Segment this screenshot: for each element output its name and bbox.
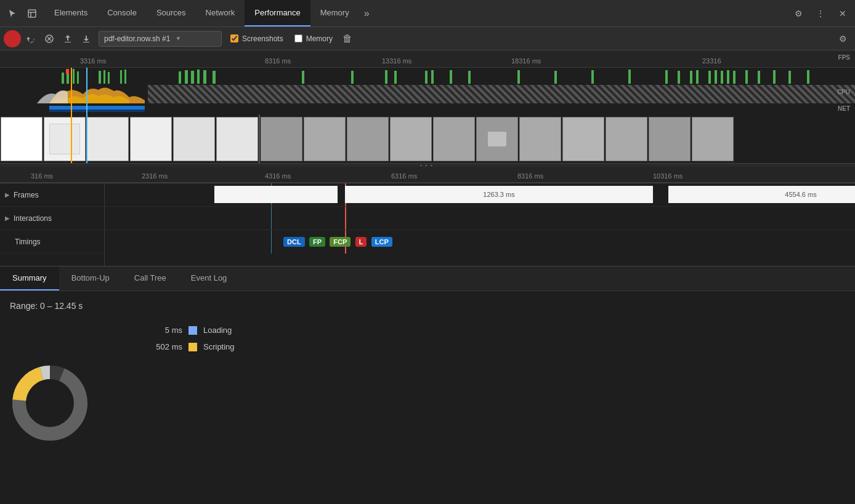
timings-divider: [271, 230, 272, 254]
tab-performance[interactable]: Performance: [245, 0, 310, 26]
donut-chart: [10, 363, 90, 445]
toolbar-right-icons: ⚙ ⋮ ✕: [788, 4, 853, 23]
interactions-panel-label[interactable]: ▶ Interactions: [0, 207, 104, 230]
svg-rect-16: [213, 71, 216, 84]
tab-console[interactable]: Console: [97, 0, 147, 26]
screenshot-thumb: [44, 117, 86, 161]
screenshot-thumb: [216, 117, 258, 161]
ruler-tick-3316: 3316 ms: [80, 57, 106, 65]
ruler-tick-13316: 13316 ms: [382, 57, 411, 65]
stats-list: 5 ms Loading 502 ms Scripting: [145, 326, 845, 351]
record-button[interactable]: [4, 30, 21, 47]
svg-rect-24: [468, 71, 471, 84]
range-tick-10316: 10316 ms: [653, 172, 683, 180]
reload-icon[interactable]: [22, 30, 39, 47]
svg-rect-4: [73, 69, 75, 84]
tab-navigation: Elements Console Sources Network Perform…: [44, 0, 375, 26]
second-toolbar: pdf-editor.now.sh #1 ▼ Screenshots Memor…: [0, 27, 855, 50]
memory-checkbox-label[interactable]: Memory: [290, 34, 338, 43]
inspect-icon[interactable]: [22, 4, 42, 23]
badge-container: DCL FP FCP L LCP: [283, 238, 392, 246]
svg-rect-0: [28, 10, 36, 17]
summary-panel: Range: 0 – 12.45 s 5 ms Loading 502 ms S…: [0, 291, 855, 457]
svg-rect-23: [450, 70, 452, 84]
frame-value-2: 4554.6 ms: [785, 191, 816, 198]
net-chart: [0, 103, 855, 114]
frame-bar-2: 1263.3 ms: [345, 186, 653, 203]
svg-rect-25: [517, 70, 520, 84]
tab-event-log[interactable]: Event Log: [179, 266, 240, 290]
scripting-stat: 502 ms Scripting: [145, 342, 845, 351]
tab-call-tree[interactable]: Call Tree: [122, 266, 179, 290]
cpu-track: CPU: [0, 85, 855, 103]
svg-rect-42: [807, 70, 809, 84]
frames-arrow-icon: ▶: [5, 191, 10, 198]
svg-rect-40: [773, 70, 776, 84]
screenshot-thumb: [476, 117, 518, 161]
memory-checkbox-input[interactable]: [294, 34, 302, 42]
tab-elements[interactable]: Elements: [44, 0, 97, 26]
tab-bottom-up[interactable]: Bottom-Up: [59, 266, 122, 290]
svg-rect-38: [745, 70, 748, 84]
screenshot-thumb: [562, 117, 604, 161]
screenshot-thumb: [347, 117, 389, 161]
svg-rect-30: [678, 71, 680, 84]
timings-panel-label[interactable]: Timings: [0, 230, 104, 254]
interactions-label: Interactions: [14, 214, 52, 223]
svg-rect-39: [758, 71, 760, 84]
url-selector[interactable]: pdf-editor.now.sh #1 ▼: [99, 31, 222, 47]
donut-svg: [10, 363, 90, 443]
frames-label: Frames: [14, 191, 39, 199]
fps-track: [0, 68, 855, 85]
timings-label: Timings: [15, 238, 41, 246]
screenshots-track: [0, 114, 855, 163]
svg-rect-41: [788, 71, 791, 84]
svg-rect-11: [179, 71, 181, 84]
svg-rect-48: [49, 110, 145, 112]
svg-rect-20: [394, 71, 397, 84]
more-tabs-button[interactable]: »: [359, 0, 375, 26]
tab-sources[interactable]: Sources: [147, 0, 196, 26]
svg-rect-32: [696, 70, 699, 84]
cursor-icon[interactable]: [2, 4, 22, 23]
panels-area: ▶ Frames ▶ Interactions Timings 1263.3 m…: [0, 183, 855, 266]
fcp-badge: FCP: [330, 237, 351, 247]
tab-memory[interactable]: Memory: [310, 0, 359, 26]
upload-icon[interactable]: [59, 30, 76, 47]
ruler-tick-23316: 23316: [702, 57, 721, 65]
frame-bar-1: [214, 186, 338, 203]
screenshot-thumb: [692, 117, 734, 161]
svg-rect-9: [120, 70, 122, 84]
interactions-divider: [271, 207, 272, 230]
timings-content: DCL FP FCP L LCP: [105, 230, 855, 254]
svg-rect-35: [721, 71, 723, 84]
settings-icon[interactable]: ⚙: [788, 4, 808, 23]
panels-left: ▶ Frames ▶ Interactions Timings: [0, 183, 105, 266]
screenshot-thumb: [261, 117, 302, 161]
frame-bar-3: 4554.6 ms: [668, 186, 855, 203]
svg-rect-10: [124, 70, 126, 84]
trash-icon[interactable]: 🗑: [339, 30, 356, 47]
svg-rect-19: [385, 70, 387, 84]
frame-value-1: 1263.3 ms: [483, 191, 514, 198]
range-tick-4316: 4316 ms: [265, 172, 291, 180]
close-icon[interactable]: ✕: [833, 4, 853, 23]
capture-settings-icon[interactable]: ⚙: [834, 30, 851, 47]
screenshots-checkbox-input[interactable]: [230, 34, 238, 42]
screenshots-checkbox-label[interactable]: Screenshots: [225, 34, 288, 43]
range-tick-8316: 8316 ms: [517, 172, 543, 180]
download-icon[interactable]: [78, 30, 95, 47]
svg-rect-47: [49, 106, 145, 110]
more-options-icon[interactable]: ⋮: [811, 4, 830, 23]
interactions-red-line: [345, 207, 346, 230]
clear-icon[interactable]: [41, 30, 58, 47]
interactions-arrow-icon: ▶: [5, 215, 10, 222]
range-tick-6316: 6316 ms: [391, 172, 417, 180]
frames-panel-label[interactable]: ▶ Frames: [0, 183, 104, 207]
svg-rect-21: [425, 71, 428, 84]
tab-summary[interactable]: Summary: [0, 266, 59, 290]
tab-network[interactable]: Network: [196, 0, 245, 26]
interactions-content: [105, 207, 855, 230]
memory-label: Memory: [306, 34, 333, 43]
svg-rect-12: [185, 70, 188, 84]
